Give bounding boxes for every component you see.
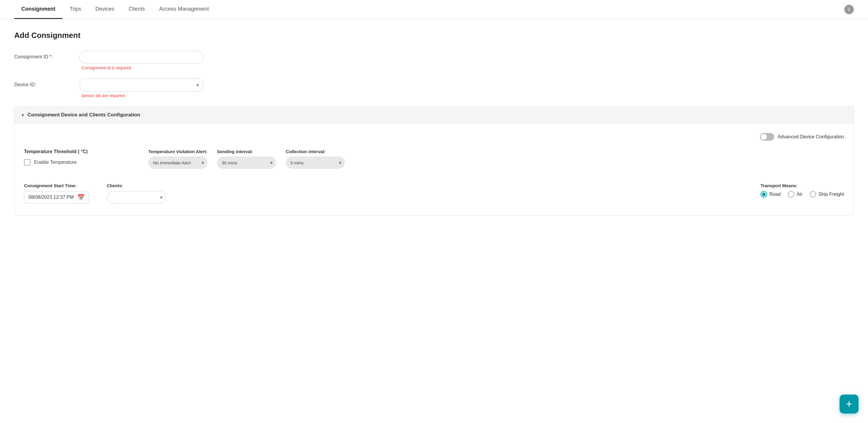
consignment-id-input-wrapper: Consignment id is required bbox=[79, 51, 204, 70]
config-two-col: Temperature Threshold ( °C) Enable Tempe… bbox=[24, 149, 844, 169]
advanced-toggle-label: Advanced Device Configuration bbox=[778, 134, 844, 140]
device-id-field: Device ID: ▾ Device Ids are required bbox=[14, 79, 854, 98]
datetime-value: 08/08/2023 12:37 PM bbox=[28, 194, 74, 200]
device-id-input-wrapper: ▾ Device Ids are required bbox=[79, 79, 204, 98]
transport-ship-freight-label: Ship Freight bbox=[818, 192, 844, 197]
collection-interval-select[interactable]: 1 min 5 mins 10 mins 15 mins 30 mins bbox=[286, 156, 345, 169]
device-id-error: Device Ids are required bbox=[79, 93, 204, 98]
config-body: Advanced Device Configuration Temperatur… bbox=[14, 123, 854, 215]
tab-trips[interactable]: Trips bbox=[62, 0, 88, 19]
page-wrapper: Consignment Trips Devices Clients Access… bbox=[0, 0, 868, 423]
tab-devices[interactable]: Devices bbox=[88, 0, 121, 19]
sending-interval-select[interactable]: 5 mins 10 mins 15 mins 30 mins 60 mins bbox=[217, 156, 276, 169]
collection-interval-group: Collection interval: 1 min 5 mins 10 min… bbox=[286, 149, 345, 169]
fab-add-button[interactable]: + bbox=[840, 395, 859, 414]
enable-temp-row: Enable Temperature bbox=[24, 159, 130, 165]
device-id-label: Device ID: bbox=[14, 79, 79, 87]
info-icon[interactable]: i bbox=[844, 5, 854, 14]
config-left: Temperature Threshold ( °C) Enable Tempe… bbox=[24, 149, 130, 165]
advanced-device-config-toggle[interactable] bbox=[760, 133, 774, 141]
violation-alert-select-wrapper: No Immediate Alert Immediate Alert ▾ bbox=[148, 156, 208, 169]
consignment-id-input[interactable] bbox=[79, 51, 204, 64]
transport-road-option[interactable]: Road bbox=[761, 191, 781, 198]
consignment-id-field: Consignment ID *: Consignment id is requ… bbox=[14, 51, 854, 70]
config-right: Temperature Violation Alert: No Immediat… bbox=[148, 149, 844, 169]
clients-label: Clients: bbox=[107, 183, 166, 188]
clients-group: Clients: ▾ bbox=[107, 183, 166, 204]
toggle-slider bbox=[760, 133, 774, 141]
transport-road-radio[interactable] bbox=[761, 191, 767, 198]
sending-interval-label: Sending interval: bbox=[217, 149, 276, 154]
page-title: Add Consignment bbox=[14, 31, 854, 40]
transport-ship-freight-option[interactable]: Ship Freight bbox=[810, 191, 844, 198]
clients-select[interactable] bbox=[107, 191, 166, 204]
enable-temperature-label: Enable Temperature bbox=[34, 160, 77, 165]
tab-access-management[interactable]: Access Management bbox=[152, 0, 216, 19]
advanced-toggle-row: Advanced Device Configuration bbox=[24, 133, 844, 141]
transport-air-label: Air bbox=[797, 192, 803, 197]
top-nav: Consignment Trips Devices Clients Access… bbox=[0, 0, 868, 19]
config-section-header[interactable]: ▾ Consignment Device and Clients Configu… bbox=[14, 107, 854, 123]
config-section: ▾ Consignment Device and Clients Configu… bbox=[14, 107, 854, 216]
enable-temperature-checkbox[interactable] bbox=[24, 159, 30, 165]
clients-select-wrapper: ▾ bbox=[107, 191, 166, 204]
violation-alert-label: Temperature Violation Alert: bbox=[148, 149, 208, 154]
transport-air-option[interactable]: Air bbox=[788, 191, 803, 198]
datetime-input-wrapper[interactable]: 08/08/2023 12:37 PM 📅 bbox=[24, 191, 89, 204]
device-id-select[interactable] bbox=[79, 79, 204, 92]
start-time-label: Consignment Start Time: bbox=[24, 183, 89, 188]
violation-alert-group: Temperature Violation Alert: No Immediat… bbox=[148, 149, 208, 169]
config-header-title: Consignment Device and Clients Configura… bbox=[28, 112, 140, 118]
device-id-select-wrapper: ▾ bbox=[79, 79, 204, 92]
consignment-id-error: Consignment id is required bbox=[79, 65, 204, 70]
consignment-id-label: Consignment ID *: bbox=[14, 51, 79, 60]
sending-interval-select-wrapper: 5 mins 10 mins 15 mins 30 mins 60 mins ▾ bbox=[217, 156, 276, 169]
chevron-down-icon: ▾ bbox=[22, 112, 24, 118]
collection-interval-label: Collection interval: bbox=[286, 149, 345, 154]
transport-group: Transport Means: Road Air bbox=[761, 183, 844, 198]
tab-consignment[interactable]: Consignment bbox=[14, 0, 62, 19]
page-content: Add Consignment Consignment ID *: Consig… bbox=[0, 19, 868, 228]
violation-alert-select[interactable]: No Immediate Alert Immediate Alert bbox=[148, 156, 208, 169]
calendar-icon[interactable]: 📅 bbox=[77, 194, 85, 201]
tab-clients[interactable]: Clients bbox=[121, 0, 152, 19]
transport-label: Transport Means: bbox=[761, 183, 844, 188]
transport-road-label: Road bbox=[769, 192, 781, 197]
transport-options: Road Air Ship Freight bbox=[761, 191, 844, 198]
start-time-group: Consignment Start Time: 08/08/2023 12:37… bbox=[24, 183, 89, 204]
config-bottom-row: Consignment Start Time: 08/08/2023 12:37… bbox=[24, 183, 844, 204]
transport-ship-freight-radio[interactable] bbox=[810, 191, 816, 198]
collection-interval-select-wrapper: 1 min 5 mins 10 mins 15 mins 30 mins ▾ bbox=[286, 156, 345, 169]
transport-air-radio[interactable] bbox=[788, 191, 794, 198]
temperature-section-title: Temperature Threshold ( °C) bbox=[24, 149, 130, 154]
sending-interval-group: Sending interval: 5 mins 10 mins 15 mins… bbox=[217, 149, 276, 169]
